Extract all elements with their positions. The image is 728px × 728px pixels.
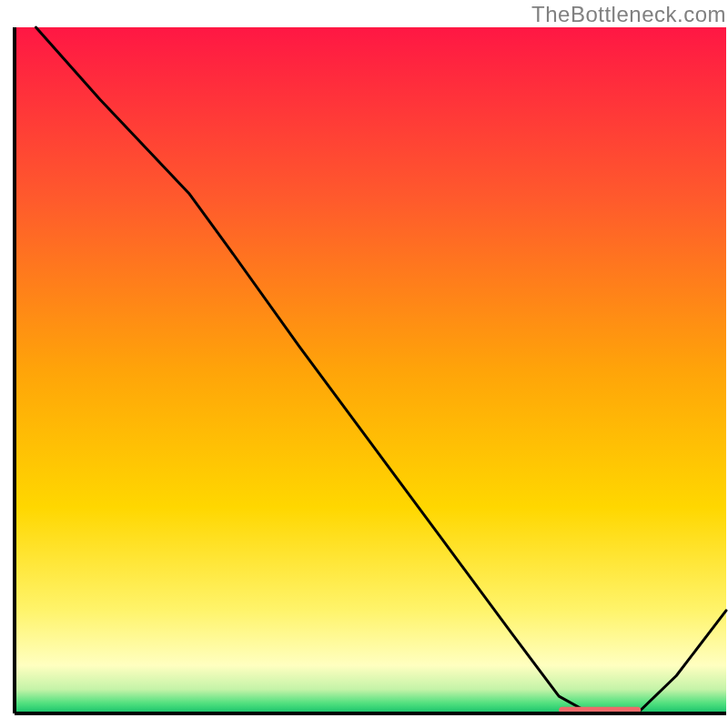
bottleneck-chart: [0, 0, 728, 728]
chart-container: TheBottleneck.com: [0, 0, 728, 728]
gradient-background: [15, 27, 726, 713]
watermark-label: TheBottleneck.com: [531, 2, 726, 27]
